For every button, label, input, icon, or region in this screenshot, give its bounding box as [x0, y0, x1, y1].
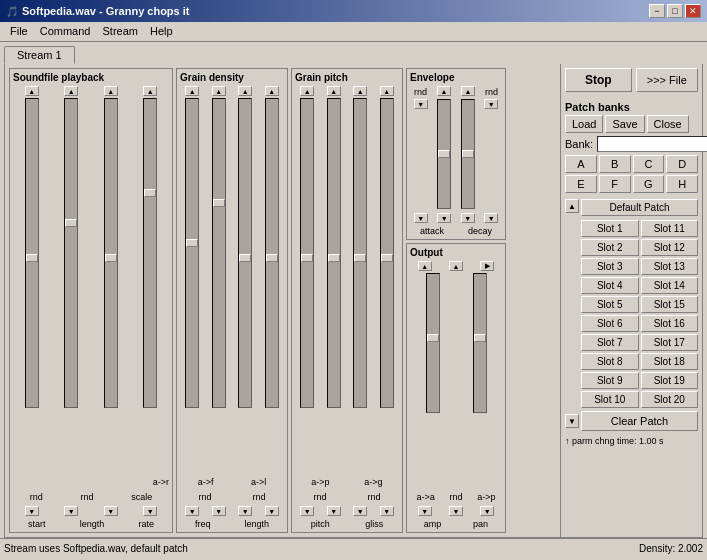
sf-slider-2[interactable] [64, 98, 78, 408]
gd-slider-4[interactable] [265, 98, 279, 408]
out-down-2[interactable]: ▼ [449, 506, 463, 516]
gp-up-2[interactable]: ▲ [327, 86, 341, 96]
gd-down-2[interactable]: ▼ [212, 506, 226, 516]
default-patch-btn[interactable]: Default Patch [581, 199, 698, 216]
env-down-1[interactable]: ▼ [414, 213, 428, 223]
save-button[interactable]: Save [605, 115, 644, 133]
scroll-up-arrow[interactable]: ▲ [565, 199, 579, 213]
gp-down-1[interactable]: ▼ [300, 506, 314, 516]
env-up-1[interactable]: ▲ [437, 86, 451, 96]
slot-3[interactable]: Slot 3 [581, 258, 639, 275]
bank-input[interactable] [597, 136, 707, 152]
slot-2[interactable]: Slot 2 [581, 239, 639, 256]
gp-slider-2[interactable] [327, 98, 341, 408]
gd-slider-3[interactable] [238, 98, 252, 408]
file-button[interactable]: >>> File [636, 68, 699, 92]
tab-stream1[interactable]: Stream 1 [4, 46, 75, 64]
sf-slider-4[interactable] [143, 98, 157, 408]
slot-8[interactable]: Slot 8 [581, 353, 639, 370]
gp-down-3[interactable]: ▼ [353, 506, 367, 516]
menu-file[interactable]: File [4, 24, 34, 39]
slot-5[interactable]: Slot 5 [581, 296, 639, 313]
out-up-2[interactable]: ▲ [449, 261, 463, 271]
slot-7[interactable]: Slot 7 [581, 334, 639, 351]
slot-9[interactable]: Slot 9 [581, 372, 639, 389]
close-button[interactable]: ✕ [685, 4, 701, 18]
gp-slider-1[interactable] [300, 98, 314, 408]
env-arrdown-1[interactable]: ▼ [414, 99, 428, 109]
gp-slider-4[interactable] [380, 98, 394, 408]
clear-patch-button[interactable]: Clear Patch [581, 411, 698, 431]
out-slider-2[interactable] [473, 273, 487, 413]
slot-18[interactable]: Slot 18 [641, 353, 699, 370]
bank-e[interactable]: E [565, 175, 597, 193]
gp-down-2[interactable]: ▼ [327, 506, 341, 516]
gp-up-4[interactable]: ▲ [380, 86, 394, 96]
bank-a[interactable]: A [565, 155, 597, 173]
sf-up-1[interactable]: ▲ [25, 86, 39, 96]
slot-10[interactable]: Slot 10 [581, 391, 639, 408]
sf-up-2[interactable]: ▲ [64, 86, 78, 96]
gd-up-3[interactable]: ▲ [238, 86, 252, 96]
gp-down-4[interactable]: ▼ [380, 506, 394, 516]
env-up-2[interactable]: ▲ [461, 86, 475, 96]
menu-help[interactable]: Help [144, 24, 179, 39]
env-arrdown-2[interactable]: ▼ [484, 99, 498, 109]
slot-13[interactable]: Slot 13 [641, 258, 699, 275]
env-down-4[interactable]: ▼ [484, 213, 498, 223]
maximize-button[interactable]: □ [667, 4, 683, 18]
out-up-3[interactable]: ▶ [480, 261, 494, 271]
gd-slider-1[interactable] [185, 98, 199, 408]
slot-20[interactable]: Slot 20 [641, 391, 699, 408]
slot-1[interactable]: Slot 1 [581, 220, 639, 237]
menu-stream[interactable]: Stream [96, 24, 143, 39]
menu-command[interactable]: Command [34, 24, 97, 39]
out-down-1[interactable]: ▼ [418, 506, 432, 516]
scroll-down-arrow[interactable]: ▼ [565, 414, 579, 428]
sf-slider-3[interactable] [104, 98, 118, 408]
gd-slider-2[interactable] [212, 98, 226, 408]
slot-16[interactable]: Slot 16 [641, 315, 699, 332]
slot-15[interactable]: Slot 15 [641, 296, 699, 313]
slot-11[interactable]: Slot 11 [641, 220, 699, 237]
bank-d[interactable]: D [666, 155, 698, 173]
slot-12[interactable]: Slot 12 [641, 239, 699, 256]
gd-up-1[interactable]: ▲ [185, 86, 199, 96]
sf-down-2[interactable]: ▼ [64, 506, 78, 516]
sf-up-4[interactable]: ▲ [143, 86, 157, 96]
env-down-3[interactable]: ▼ [461, 213, 475, 223]
out-up-1[interactable]: ▲ [418, 261, 432, 271]
load-button[interactable]: Load [565, 115, 603, 133]
sf-down-1[interactable]: ▼ [25, 506, 39, 516]
sf-up-3[interactable]: ▲ [104, 86, 118, 96]
bank-b[interactable]: B [599, 155, 631, 173]
close-button[interactable]: Close [647, 115, 689, 133]
slot-19[interactable]: Slot 19 [641, 372, 699, 389]
bank-g[interactable]: G [633, 175, 665, 193]
bank-f[interactable]: F [599, 175, 631, 193]
env-down-2[interactable]: ▼ [437, 213, 451, 223]
slot-17[interactable]: Slot 17 [641, 334, 699, 351]
gd-up-4[interactable]: ▲ [265, 86, 279, 96]
env-slider-1[interactable] [437, 99, 451, 209]
minimize-button[interactable]: − [649, 4, 665, 18]
gp-up-1[interactable]: ▲ [300, 86, 314, 96]
gd-down-3[interactable]: ▼ [238, 506, 252, 516]
slot-6[interactable]: Slot 6 [581, 315, 639, 332]
sf-slider-1[interactable] [25, 98, 39, 408]
gp-slider-3[interactable] [353, 98, 367, 408]
gp-up-3[interactable]: ▲ [353, 86, 367, 96]
gd-down-4[interactable]: ▼ [265, 506, 279, 516]
gd-down-1[interactable]: ▼ [185, 506, 199, 516]
slot-4[interactable]: Slot 4 [581, 277, 639, 294]
stop-button[interactable]: Stop [565, 68, 632, 92]
bank-h[interactable]: H [666, 175, 698, 193]
sf-down-4[interactable]: ▼ [143, 506, 157, 516]
out-slider-1[interactable] [426, 273, 440, 413]
out-down-3[interactable]: ▼ [480, 506, 494, 516]
sf-down-3[interactable]: ▼ [104, 506, 118, 516]
env-slider-2[interactable] [461, 99, 475, 209]
gd-up-2[interactable]: ▲ [212, 86, 226, 96]
bank-c[interactable]: C [633, 155, 665, 173]
slot-14[interactable]: Slot 14 [641, 277, 699, 294]
